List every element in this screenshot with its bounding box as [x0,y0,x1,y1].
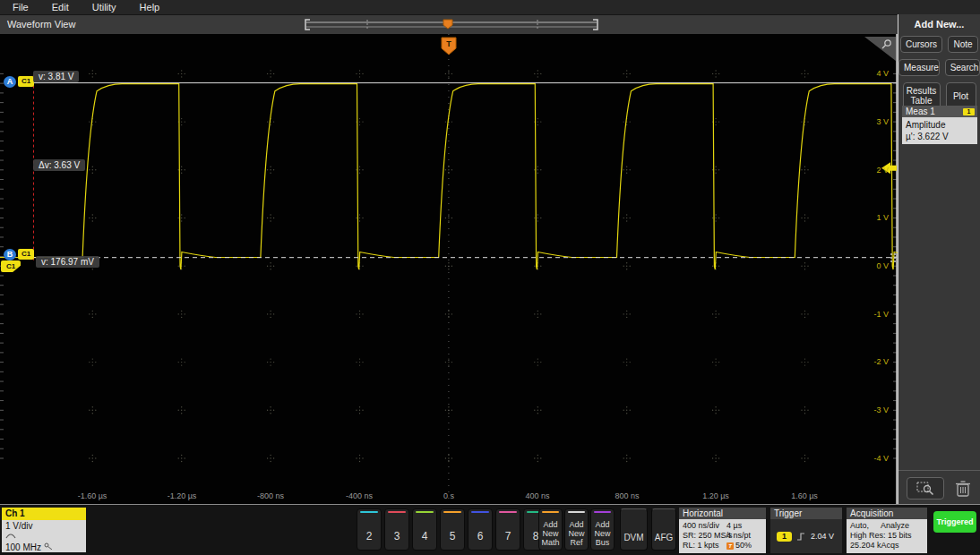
bottom-bar: Ch 1 1 V/div 100 MHz 2 3 4 5 6 7 8 [0,504,980,555]
menu-item-help[interactable]: Help [140,2,160,13]
horizontal-position: 50% [735,541,752,551]
waveform-display[interactable]: 4 V 3 V 2 V 1 V 0 V -1 V -2 V -3 V -4 V … [0,34,898,504]
menu-item-edit[interactable]: Edit [52,2,69,13]
meas-1-header[interactable]: Meas 1 1 [902,106,977,117]
horizontal-window: 4 µs [726,521,742,531]
horizontal-record-length: RL: 1 kpts [683,541,719,550]
zoom-box-icon [916,481,935,497]
volt-axis-label: 4 V [853,69,889,78]
cursor-a-badge[interactable]: A [4,76,16,88]
time-axis-label: -1.60 µs [64,491,121,500]
volt-axis-label: 0 V [853,261,889,270]
horizontal-panel[interactable]: Horizontal 400 ns/div4 µs SR: 250 MS/s4 … [679,508,766,553]
volt-axis-label: 3 V [853,117,889,126]
sidebar: Add New... Cursors Note Measure Search R… [898,14,980,504]
triggered-status-button[interactable]: Triggered [933,511,976,533]
trash-icon [955,480,971,498]
channel-1-badge[interactable]: Ch 1 1 V/div 100 MHz [2,508,86,552]
coupling-icon [5,533,16,540]
trash-button[interactable] [952,477,974,500]
measure-button[interactable]: Measure [898,59,940,76]
volt-axis-label: -4 V [853,454,889,463]
cursor-b-channel-badge[interactable]: C1 [18,249,34,260]
add-new-ref-button[interactable]: AddNewRef [564,508,589,551]
cursor-a-value: v: 3.81 V [33,71,79,82]
time-axis-label: -1.20 µs [153,491,211,500]
channel-7-button[interactable]: 7 [495,508,520,551]
acquisition-analyze: Analyze [881,521,909,531]
meas-1-value: µ': 3.622 V [906,131,974,142]
acquisition-title: Acquisition [847,508,927,519]
horizontal-scale: 400 ns/div [683,521,719,530]
svg-text:T: T [446,39,451,48]
trigger-source-badge: 1 [777,532,792,542]
afg-button[interactable]: AFG [651,508,676,551]
waveform-canvas [0,34,898,504]
search-button[interactable]: Search [945,59,980,76]
acquisition-mode: Auto, [850,521,869,531]
time-axis-label: -800 ns [242,491,299,500]
meas-1-name: Amplitude [906,119,974,131]
channel-5-button[interactable]: 5 [440,508,465,551]
horizontal-resolution: 4 ns/pt [726,531,751,541]
scale-grip-handle[interactable] [890,253,896,262]
volt-axis-label: -1 V [853,310,889,319]
channel-6-button[interactable]: 6 [468,508,493,551]
volt-axis-label: 2 V [853,166,889,175]
time-axis-label: 1.60 µs [776,491,833,500]
cursor-delta-value: Δv: 3.63 V [33,159,85,171]
add-new-bus-button[interactable]: AddNewBus [590,508,615,551]
channel-1-scale: 1 V/div [5,521,82,532]
time-axis-label: 800 ns [598,491,656,500]
note-button[interactable]: Note [948,36,978,53]
menu-item-file[interactable]: File [13,2,29,13]
oscilloscope-app: File Edit Utility Help Waveform View 4 V… [0,0,980,555]
acquisition-resolution: High Res: 15 bits [850,531,924,541]
zoom-mode-button[interactable] [907,477,944,500]
meas-1-source-badge: 1 [963,108,975,115]
trigger-panel[interactable]: Trigger 1 2.04 V [770,508,842,553]
menu-item-utility[interactable]: Utility [92,2,116,13]
rising-edge-icon [796,532,806,542]
volt-axis-label: -2 V [853,357,889,366]
corner-zoom-handle[interactable] [863,35,897,62]
acquisition-count: 25.204 kAcqs [850,541,924,551]
trigger-level: 2.04 V [811,532,834,542]
waveform-view-header: Waveform View [0,14,898,34]
acquisition-panel[interactable]: Acquisition Auto, Analyze High Res: 15 b… [847,508,927,553]
channel-1-bandwidth: 100 MHz [5,542,41,552]
sidebar-tools [898,470,980,504]
time-axis-label: 0 s [420,491,477,500]
channel-4-button[interactable]: 4 [412,508,437,551]
time-axis-label: 400 ns [509,491,566,500]
horizontal-position-minimap[interactable] [303,19,600,31]
trigger-title: Trigger [770,508,842,519]
cursor-b-badge[interactable]: B [4,249,16,260]
minimap-right-bracket[interactable] [593,20,597,30]
meas-1-panel[interactable]: Meas 1 1 Amplitude µ': 3.622 V [902,106,977,144]
minimap-left-bracket[interactable] [305,20,310,30]
cursor-b-value: v: 176.97 mV [36,256,99,268]
view-title: Waveform View [7,19,75,30]
horizontal-title: Horizontal [679,508,766,519]
channel-2-button[interactable]: 2 [357,508,382,551]
time-axis-label: -400 ns [331,491,388,500]
horizontal-sample-rate: SR: 250 MS/s [683,531,733,540]
cursors-button[interactable]: Cursors [900,36,942,53]
add-new-math-button[interactable]: AddNewMath [538,508,563,551]
trigger-position-icon: T [726,542,734,550]
menu-bar: File Edit Utility Help [0,0,980,14]
cursor-a-channel-badge[interactable]: C1 [18,76,34,87]
trigger-flag[interactable]: T [438,37,460,56]
add-new-title: Add New... [898,19,980,30]
dvm-button[interactable]: DVM [620,508,648,551]
time-axis-label: 1.20 µs [687,491,744,500]
probe-icon [44,542,53,550]
channel-1-title: Ch 1 [2,508,86,520]
volt-axis-label: 1 V [853,213,889,222]
channel-3-button[interactable]: 3 [384,508,409,551]
meas-1-title: Meas 1 [906,107,935,116]
volt-axis-label: -3 V [853,406,889,414]
